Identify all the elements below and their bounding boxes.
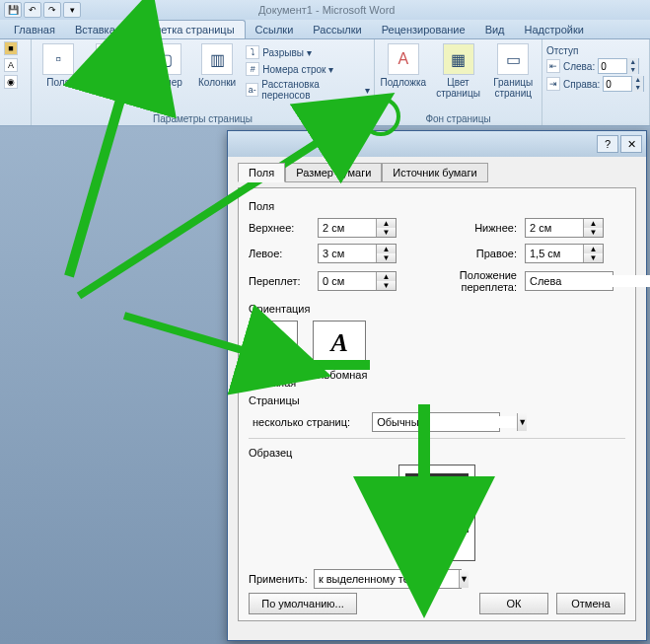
right-label: Правое: — [406, 248, 525, 259]
titlebar: 💾 ↶ ↷ ▾ Документ1 - Microsoft Word — [0, 0, 650, 20]
watermark-icon: A — [388, 43, 419, 75]
theme-effects-icon[interactable]: ◉ — [4, 75, 18, 89]
gutter-pos-label: Положение переплета: — [406, 269, 525, 293]
qat-undo[interactable]: ↶ — [24, 2, 41, 18]
left-margin-input[interactable] — [319, 245, 376, 262]
group-page-setup: ▫Поля ▯Ориентация ▢Размер ▥Колонки ⤵Разр… — [32, 39, 375, 125]
columns-button[interactable]: ▥Колонки — [194, 41, 240, 88]
tab-references[interactable]: Ссылки — [246, 21, 304, 38]
orientation-button[interactable]: ▯Ориентация — [87, 41, 136, 88]
chevron-down-icon[interactable]: ▼ — [517, 413, 527, 431]
top-margin-spin[interactable]: ▲▼ — [318, 218, 397, 238]
dialog-help-button[interactable]: ? — [597, 135, 618, 153]
margins-button[interactable]: ▫Поля — [36, 41, 81, 88]
page-setup-dialog-launcher[interactable]: ↘ — [358, 112, 370, 124]
tab-home[interactable]: Главная — [4, 21, 65, 38]
indent-left-icon: ⇤ — [546, 59, 560, 73]
chevron-down-icon[interactable]: ▼ — [459, 570, 469, 588]
gutter-spin[interactable]: ▲▼ — [318, 271, 397, 291]
sample-preview — [398, 465, 475, 561]
orientation-portrait[interactable]: Aкнижная — [253, 321, 298, 389]
section-fields: Поля — [249, 200, 625, 212]
group-label-pagebg: Фон страницы — [379, 113, 538, 124]
dialog-titlebar[interactable]: ? ✕ — [228, 131, 646, 157]
tab-addins[interactable]: Надстройки — [515, 21, 594, 38]
ribbon-tabs: Главная Вставка Разметка страницы Ссылки… — [0, 20, 650, 39]
page-setup-menu: ⤵Разрывы ▾ #Номера строк ▾ a-Расстановка… — [246, 41, 370, 101]
section-sample: Образец — [249, 447, 625, 459]
hyphenation-icon: a- — [246, 83, 258, 97]
quick-access-toolbar: 💾 ↶ ↷ ▾ — [4, 2, 81, 18]
group-indent: Отступ ⇤Слева: ▲▼ ⇥Справа: ▲▼ — [542, 39, 650, 125]
ribbon: ■ A ◉ ▫Поля ▯Ориентация ▢Размер ▥Колонки… — [0, 39, 650, 126]
window-title: Документ1 - Microsoft Word — [258, 4, 395, 16]
gutter-label: Переплет: — [249, 275, 318, 287]
ok-button[interactable]: ОК — [479, 593, 548, 614]
page-setup-dialog: ? ✕ Поля Размер бумаги Источник бумаги П… — [227, 130, 647, 641]
tab-mailings[interactable]: Рассылки — [303, 21, 371, 38]
qat-redo[interactable]: ↷ — [43, 2, 61, 18]
gutter-pos-combo[interactable]: ▼ — [525, 271, 614, 291]
qat-save[interactable]: 💾 — [4, 2, 22, 18]
theme-colors-icon[interactable]: ■ — [4, 41, 18, 55]
group-themes: ■ A ◉ — [0, 39, 32, 125]
breaks-menu[interactable]: ⤵Разрывы ▾ — [246, 45, 370, 59]
page-color-icon: ▦ — [443, 43, 474, 75]
indent-heading: Отступ — [546, 45, 645, 56]
apply-input[interactable] — [315, 573, 459, 585]
qat-dropdown[interactable]: ▾ — [63, 2, 81, 18]
dialog-close-button[interactable]: ✕ — [620, 135, 642, 153]
tab-panel-fields: Поля Верхнее: ▲▼ Нижнее: ▲▼ Левое: ▲▼ Пр… — [238, 187, 636, 621]
default-button[interactable]: По умолчанию... — [249, 593, 357, 614]
tab-paper-source[interactable]: Источник бумаги — [382, 163, 487, 182]
tab-paper-size[interactable]: Размер бумаги — [285, 163, 382, 182]
size-icon: ▢ — [150, 43, 181, 75]
right-margin-spin[interactable]: ▲▼ — [525, 244, 604, 263]
tab-review[interactable]: Рецензирование — [372, 21, 475, 38]
page-color-button[interactable]: ▦Цвет страницы — [434, 41, 483, 99]
top-margin-input[interactable] — [319, 219, 376, 237]
gutter-pos-input[interactable] — [526, 275, 650, 287]
dialog-tabs: Поля Размер бумаги Источник бумаги — [238, 163, 636, 182]
group-label-pagesetup: Параметры страницы — [36, 113, 370, 124]
columns-icon: ▥ — [201, 43, 233, 75]
section-pages: Страницы — [249, 394, 625, 406]
line-numbers-menu[interactable]: #Номера строк ▾ — [246, 62, 370, 76]
line-numbers-icon: # — [246, 62, 259, 76]
indent-left-input[interactable] — [599, 61, 626, 72]
watermark-button[interactable]: AПодложка — [379, 41, 428, 88]
orientation-icon: ▯ — [96, 43, 127, 75]
page-borders-icon: ▭ — [497, 43, 529, 75]
indent-right-spin[interactable]: ▲▼ — [603, 76, 644, 92]
multipages-label: несколько страниц: — [253, 416, 350, 428]
tab-insert[interactable]: Вставка — [65, 21, 125, 38]
gutter-input[interactable] — [319, 272, 376, 290]
breaks-icon: ⤵ — [246, 45, 259, 59]
theme-fonts-icon[interactable]: A — [4, 58, 18, 72]
bottom-label: Нижнее: — [406, 222, 525, 234]
right-margin-input[interactable] — [526, 245, 583, 262]
left-margin-spin[interactable]: ▲▼ — [318, 244, 397, 263]
multipages-combo[interactable]: ▼ — [372, 412, 500, 432]
tab-fields[interactable]: Поля — [238, 163, 285, 182]
group-page-background: AПодложка ▦Цвет страницы ▭Границы страни… — [375, 39, 542, 125]
left-label: Левое: — [249, 248, 318, 259]
apply-label: Применить: — [249, 573, 308, 585]
top-label: Верхнее: — [249, 222, 318, 234]
multipages-input[interactable] — [373, 416, 517, 428]
section-orientation: Ориентация — [249, 303, 625, 315]
margins-icon: ▫ — [42, 43, 74, 75]
hyphenation-menu[interactable]: a-Расстановка переносов ▾ — [246, 79, 370, 101]
indent-right-icon: ⇥ — [546, 77, 560, 91]
size-button[interactable]: ▢Размер — [142, 41, 187, 88]
cancel-button[interactable]: Отмена — [556, 593, 625, 614]
bottom-margin-spin[interactable]: ▲▼ — [525, 218, 604, 238]
page-borders-button[interactable]: ▭Границы страниц — [488, 41, 538, 99]
tab-view[interactable]: Вид — [475, 21, 515, 38]
orientation-landscape[interactable]: Aальбомная — [312, 321, 367, 389]
bottom-margin-input[interactable] — [526, 219, 583, 237]
indent-left-spin[interactable]: ▲▼ — [598, 58, 639, 74]
tab-pagelayout[interactable]: Разметка страницы — [125, 20, 246, 38]
indent-right-input[interactable] — [604, 79, 631, 90]
apply-combo[interactable]: ▼ — [314, 569, 462, 589]
